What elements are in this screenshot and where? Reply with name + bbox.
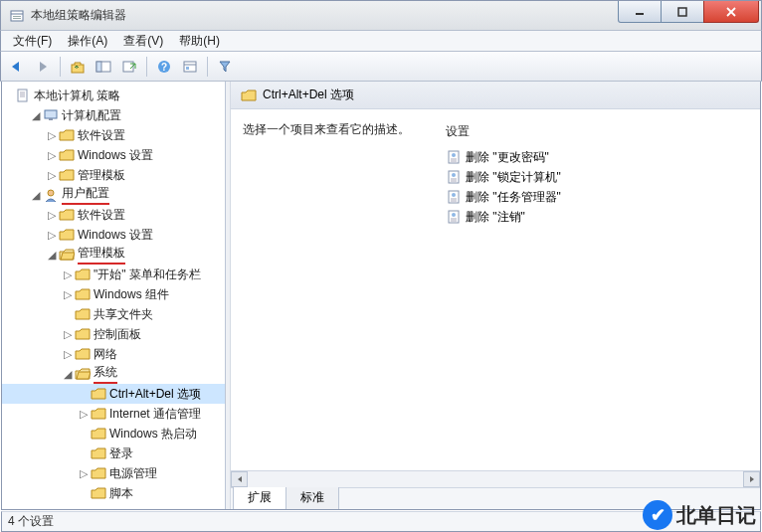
expand-icon[interactable]: ▷ — [62, 328, 74, 341]
show-hide-tree-button[interactable] — [92, 55, 115, 79]
filter-button[interactable] — [213, 55, 237, 79]
toolbar: ? — [0, 52, 762, 82]
tree-label: Windows 组件 — [94, 286, 169, 303]
menu-help[interactable]: 帮助(H) — [171, 31, 228, 52]
expand-icon[interactable]: ▷ — [62, 348, 74, 361]
svg-point-37 — [452, 213, 456, 217]
tree-item[interactable]: ▷"开始" 菜单和任务栏 — [2, 265, 225, 284]
tree-user-config[interactable]: ◢用户配置 — [2, 185, 225, 205]
folder-icon — [75, 287, 91, 301]
list-item[interactable]: 删除 "更改密码" — [442, 147, 748, 167]
collapse-icon[interactable]: ◢ — [46, 249, 58, 262]
maximize-button[interactable] — [661, 1, 704, 23]
list-item[interactable]: 删除 "任务管理器" — [442, 187, 748, 207]
minimize-button[interactable] — [618, 1, 662, 23]
properties-button[interactable] — [178, 55, 202, 79]
tree-ctrl-alt-del[interactable]: Ctrl+Alt+Del 选项 — [2, 384, 225, 404]
app-icon — [9, 8, 25, 24]
tree-item[interactable]: 登录 — [2, 443, 225, 463]
tree-item[interactable]: ▷电源管理 — [2, 463, 225, 483]
svg-point-25 — [452, 153, 456, 157]
client-area: 本地计算机 策略 ◢计算机配置 ▷软件设置 ▷Windows 设置 ▷管理模板 … — [1, 82, 761, 510]
tree-item[interactable]: 共享文件夹 — [2, 304, 225, 324]
tree-label: "开始" 菜单和任务栏 — [94, 266, 201, 283]
settings-list: 设置 删除 "更改密码" 删除 "锁定计算机" 删除 "任务管理器" 删除 "注… — [442, 121, 748, 458]
tree-item[interactable]: ▷管理模板 — [2, 165, 225, 185]
expand-icon[interactable]: ▷ — [62, 268, 74, 281]
tree-label: 登录 — [109, 445, 133, 462]
tab-standard[interactable]: 标准 — [286, 485, 339, 509]
tree-computer-config[interactable]: ◢计算机配置 — [2, 105, 225, 125]
window-controls — [619, 1, 759, 30]
svg-rect-8 — [72, 65, 84, 73]
column-header-setting[interactable]: 设置 — [442, 121, 748, 147]
tree-label: 用户配置 — [62, 185, 109, 205]
help-button[interactable]: ? — [152, 55, 176, 79]
tree-item[interactable]: ▷Internet 通信管理 — [2, 404, 225, 424]
tree-label: Internet 通信管理 — [109, 406, 201, 423]
tree-item[interactable]: ▷Windows 组件 — [2, 284, 225, 304]
svg-text:?: ? — [161, 62, 167, 73]
scroll-left-button[interactable] — [231, 471, 248, 487]
policy-tree: 本地计算机 策略 ◢计算机配置 ▷软件设置 ▷Windows 设置 ▷管理模板 … — [2, 86, 225, 503]
expand-icon[interactable]: ▷ — [62, 288, 74, 301]
document-icon — [15, 89, 31, 102]
export-button[interactable] — [117, 55, 141, 79]
expand-icon[interactable]: ▷ — [46, 229, 58, 242]
tree-item[interactable]: 脚本 — [2, 483, 225, 503]
svg-point-23 — [48, 190, 54, 196]
details-body: 选择一个项目来查看它的描述。 设置 删除 "更改密码" 删除 "锁定计算机" 删… — [231, 109, 760, 470]
svg-rect-10 — [96, 62, 101, 72]
list-item[interactable]: 删除 "注销" — [442, 207, 748, 227]
close-button[interactable] — [703, 1, 759, 23]
tab-extended[interactable]: 扩展 — [233, 485, 286, 509]
tree-label: Ctrl+Alt+Del 选项 — [109, 386, 201, 403]
collapse-icon[interactable]: ◢ — [30, 189, 42, 202]
tree-item[interactable]: ▷软件设置 — [2, 205, 225, 225]
folder-icon — [75, 327, 91, 341]
expand-icon[interactable]: ▷ — [78, 408, 90, 421]
collapse-icon[interactable]: ◢ — [62, 368, 74, 381]
tree-item[interactable]: ▷Windows 设置 — [2, 225, 225, 245]
tree-pane[interactable]: 本地计算机 策略 ◢计算机配置 ▷软件设置 ▷Windows 设置 ▷管理模板 … — [2, 82, 226, 509]
tree-system[interactable]: ◢系统 — [2, 364, 225, 384]
setting-icon — [446, 169, 462, 185]
tree-item[interactable]: Windows 热启动 — [2, 424, 225, 443]
tree-item[interactable]: ▷网络 — [2, 344, 225, 364]
expand-icon[interactable]: ▷ — [78, 467, 90, 480]
list-item-label: 删除 "注销" — [466, 209, 525, 226]
folder-icon — [59, 168, 75, 182]
folder-icon — [91, 427, 106, 441]
forward-button[interactable] — [31, 55, 55, 79]
horizontal-scrollbar[interactable] — [231, 470, 760, 487]
tree-label: 管理模板 — [78, 167, 125, 184]
collapse-icon[interactable]: ◢ — [30, 109, 42, 122]
details-header: Ctrl+Alt+Del 选项 — [231, 82, 760, 109]
menu-file[interactable]: 文件(F) — [5, 31, 60, 52]
list-item[interactable]: 删除 "锁定计算机" — [442, 167, 748, 187]
expand-icon[interactable]: ▷ — [46, 129, 58, 142]
setting-icon — [446, 189, 462, 205]
tree-item[interactable]: ▷控制面板 — [2, 324, 225, 344]
back-button[interactable] — [5, 55, 29, 79]
tree-label: 软件设置 — [78, 207, 125, 224]
description-column: 选择一个项目来查看它的描述。 — [243, 121, 442, 458]
menu-view[interactable]: 查看(V) — [115, 31, 171, 52]
expand-icon[interactable]: ▷ — [46, 149, 58, 162]
menu-action[interactable]: 操作(A) — [60, 31, 115, 52]
svg-rect-22 — [49, 118, 53, 120]
expand-icon[interactable]: ▷ — [46, 169, 58, 182]
tree-label: Windows 热启动 — [109, 426, 197, 443]
expand-icon[interactable]: ▷ — [46, 209, 58, 222]
tree-item[interactable]: ▷软件设置 — [2, 125, 225, 145]
scroll-right-button[interactable] — [743, 471, 760, 487]
tree-item[interactable]: ▷Windows 设置 — [2, 145, 225, 165]
list-item-label: 删除 "任务管理器" — [466, 189, 561, 206]
tree-admin-templates[interactable]: ◢管理模板 — [2, 245, 225, 265]
svg-rect-17 — [18, 89, 27, 101]
up-button[interactable] — [66, 55, 90, 79]
tree-label: 管理模板 — [78, 245, 125, 265]
tree-root[interactable]: 本地计算机 策略 — [2, 86, 225, 105]
folder-icon — [91, 387, 106, 401]
tree-label: 计算机配置 — [62, 107, 121, 124]
